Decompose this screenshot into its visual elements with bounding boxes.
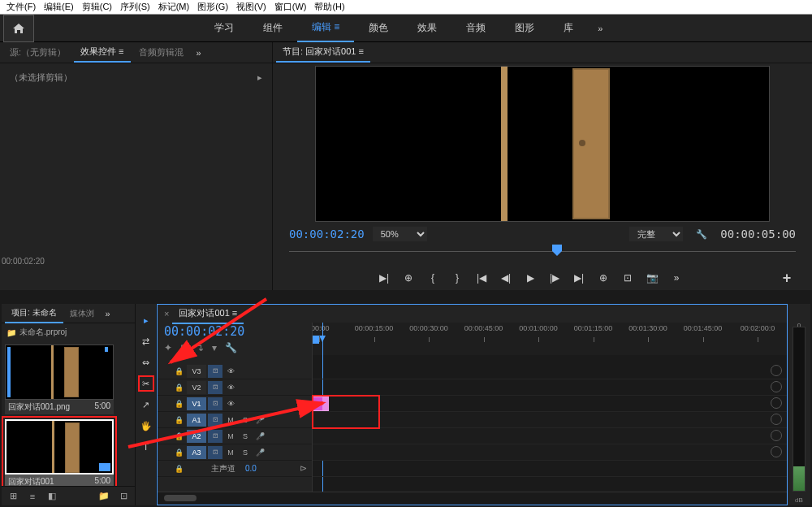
lock-icon[interactable]: 🔒 — [172, 462, 185, 475]
play-button[interactable]: ▶ — [521, 269, 539, 287]
menu-sequence[interactable]: 序列(S) — [117, 1, 153, 13]
close-icon[interactable]: × — [164, 309, 169, 318]
wrench-icon[interactable]: 🔧 — [691, 229, 712, 240]
track-master-header[interactable]: 🔒 主声道 0.0 ⊳ — [158, 461, 312, 477]
track-a1-header[interactable]: 🔒 A1 ⊡ M S 🎤 — [158, 412, 312, 428]
goto-out-button[interactable]: ▶| — [570, 269, 588, 287]
type-tool[interactable]: T — [138, 439, 154, 455]
solo-button[interactable]: S — [239, 430, 252, 443]
project-more-icon[interactable]: » — [101, 309, 115, 318]
in-button[interactable]: { — [424, 269, 442, 287]
fx-icon[interactable]: ⊡ — [208, 365, 222, 378]
hand-tool[interactable]: 🖐 — [138, 418, 154, 434]
scrollbar-thumb[interactable] — [164, 495, 197, 501]
menu-clip[interactable]: 剪辑(C) — [79, 1, 115, 13]
home-button[interactable] — [3, 15, 34, 42]
ripple-tool[interactable]: ⇔ — [138, 354, 154, 370]
marker-icon[interactable]: ↴ — [196, 342, 204, 353]
track-label-a1[interactable]: A1 — [187, 414, 206, 427]
track-label-a2[interactable]: A2 — [187, 430, 206, 443]
track-label-a3[interactable]: A3 — [187, 446, 206, 459]
menu-window[interactable]: 窗口(W) — [271, 1, 310, 13]
razor-tool[interactable]: ✂ — [138, 375, 154, 392]
step-fwd-button[interactable]: |▶ — [546, 269, 564, 287]
ws-assembly[interactable]: 组件 — [248, 15, 297, 41]
mute-button[interactable]: M — [224, 430, 237, 443]
slip-tool[interactable]: ↗ — [138, 396, 154, 413]
tab-audio-mixer[interactable]: 音频剪辑混 — [132, 43, 190, 62]
settings-icon[interactable]: ▾ — [212, 342, 217, 353]
fx-icon[interactable]: ⊡ — [208, 430, 222, 443]
eye-icon[interactable]: 👁 — [224, 397, 237, 410]
quality-select[interactable]: 完整 — [629, 227, 683, 241]
transport-more-icon[interactable]: » — [667, 269, 685, 287]
tab-sequence[interactable]: 回家对话001 ≡ — [172, 304, 244, 324]
fx-icon[interactable]: ⊡ — [208, 414, 222, 427]
export-frame-button[interactable]: 📷 — [643, 269, 661, 287]
ws-effects[interactable]: 效果 — [403, 15, 451, 41]
lock-icon[interactable]: 🔒 — [172, 397, 185, 410]
timeline-clip[interactable] — [313, 396, 329, 411]
timeline-ruler[interactable]: :00:0000:00:15:0000:00:30:0000:00:45:000… — [312, 323, 787, 355]
timeline-hscroll[interactable] — [158, 492, 787, 505]
lock-icon[interactable]: 🔒 — [172, 414, 185, 427]
menu-file[interactable]: 文件(F) — [3, 1, 39, 13]
lock-icon[interactable]: 🔒 — [172, 430, 185, 443]
mic-icon[interactable]: 🎤 — [253, 446, 266, 459]
track-label-v2[interactable]: V2 — [187, 381, 206, 394]
mic-icon[interactable]: 🎤 — [253, 430, 266, 443]
timeline-playhead[interactable] — [322, 323, 323, 355]
panel-more-icon[interactable]: » — [192, 48, 206, 58]
zoom-select[interactable]: 50% — [373, 227, 427, 241]
add-button[interactable]: + — [778, 269, 796, 287]
solo-button[interactable]: S — [239, 414, 252, 427]
ws-more-icon[interactable]: » — [588, 17, 612, 40]
timeline-timecode[interactable]: 00:00:02:20 — [164, 324, 305, 339]
expand-icon[interactable]: ▸ — [257, 72, 262, 83]
mark-in-button[interactable]: ▶| — [375, 269, 393, 287]
lock-icon[interactable]: 🔒 — [172, 365, 185, 378]
program-scrubber[interactable] — [289, 245, 796, 261]
freeform-button[interactable]: ◧ — [45, 490, 58, 503]
icon-view-button[interactable]: ≡ — [26, 490, 39, 503]
track-v1-header[interactable]: 🔒 V1 ⊡ 👁 — [158, 396, 312, 412]
track-a2-header[interactable]: 🔒 A2 ⊡ M S 🎤 — [158, 428, 312, 444]
master-value[interactable]: 0.0 — [245, 464, 257, 473]
track-a3-header[interactable]: 🔒 A3 ⊡ M S 🎤 — [158, 444, 312, 461]
ws-color[interactable]: 颜色 — [354, 15, 403, 41]
menu-edit[interactable]: 编辑(E) — [41, 1, 77, 13]
program-monitor[interactable] — [273, 63, 812, 223]
new-item-button[interactable]: ⊡ — [117, 490, 130, 503]
tab-media-browser[interactable]: 媒体浏 — [63, 305, 101, 323]
extract-button[interactable]: ⊡ — [619, 269, 637, 287]
tab-program[interactable]: 节目: 回家对话001 ≡ — [276, 42, 370, 63]
fx-icon[interactable]: ⊡ — [208, 381, 222, 394]
menu-graphics[interactable]: 图形(G) — [194, 1, 231, 13]
bin-item-png[interactable]: 回家对话001.png 5:00 — [5, 344, 114, 414]
in-marker[interactable] — [313, 336, 319, 344]
linked-icon[interactable]: ⊓ — [180, 342, 188, 353]
tab-effect-controls[interactable]: 效果控件 ≡ — [74, 42, 130, 63]
track-select-tool[interactable]: ⇄ — [138, 333, 154, 349]
bin-item-sequence[interactable]: 回家对话001 5:00 — [5, 419, 114, 486]
tab-source[interactable]: 源:（无剪辑） — [3, 43, 72, 62]
selection-tool[interactable]: ▸ — [138, 312, 154, 328]
list-view-button[interactable]: ⊞ — [6, 490, 19, 503]
fx-icon[interactable]: ⊡ — [208, 446, 222, 459]
fx-icon[interactable]: ⊡ — [208, 397, 222, 410]
ws-library[interactable]: 库 — [549, 15, 588, 41]
lift-button[interactable]: ⊕ — [594, 269, 612, 287]
eye-icon[interactable]: 👁 — [224, 381, 237, 394]
menu-help[interactable]: 帮助(H) — [311, 1, 348, 13]
ws-learn[interactable]: 学习 — [200, 15, 248, 41]
new-bin-button[interactable]: 📁 — [97, 490, 110, 503]
track-label-v1[interactable]: V1 — [187, 397, 206, 410]
track-content[interactable] — [312, 355, 787, 492]
menu-view[interactable]: 视图(V) — [233, 1, 270, 13]
ws-audio[interactable]: 音频 — [451, 15, 500, 41]
ws-graphics[interactable]: 图形 — [500, 15, 549, 41]
add-marker-button[interactable]: ⊕ — [400, 269, 417, 287]
tab-project[interactable]: 项目: 未命名 — [5, 304, 63, 323]
lock-icon[interactable]: 🔒 — [172, 381, 185, 394]
track-v3-header[interactable]: 🔒 V3 ⊡ 👁 — [158, 363, 312, 379]
